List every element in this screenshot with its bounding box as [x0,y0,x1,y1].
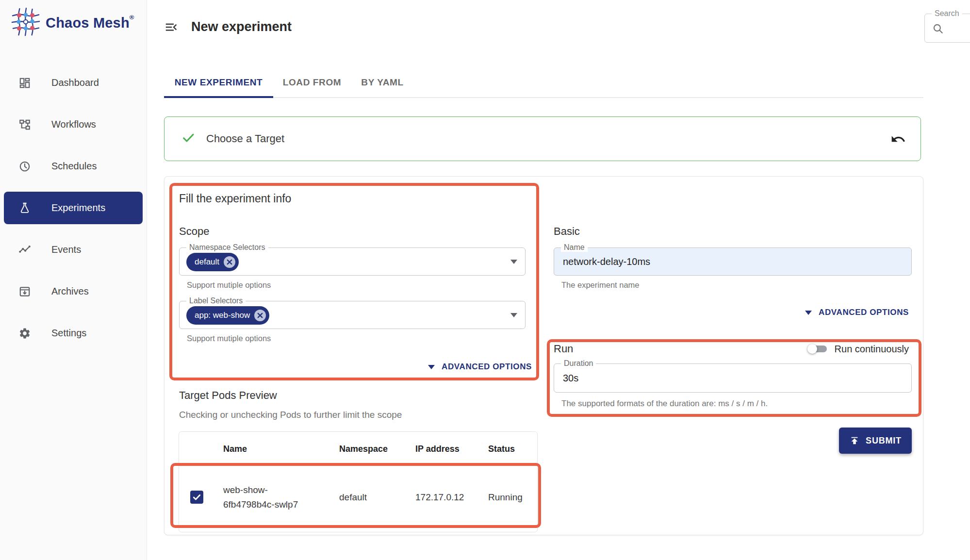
label-selector-chip-label: app: web-show [195,311,250,320]
namespace-chip-label: default [195,257,219,267]
sidebar-item-label: Experiments [51,202,105,214]
table-row[interactable]: web-show-6fb4798b4c-swlp7 default 172.17… [179,466,537,528]
run-continuously-toggle[interactable] [808,343,828,355]
basic-heading: Basic [554,225,580,238]
flask-icon [18,202,31,214]
namespace-selectors-label: Namespace Selectors [186,243,268,252]
chaos-mesh-logo-icon [11,7,41,39]
column-header-status: Status [488,444,537,454]
search-field-label: Search [932,9,962,18]
chevron-down-icon[interactable] [510,260,517,264]
pods-table: Name Namespace IP address Status web-sho… [179,431,538,532]
clock-icon [18,160,31,173]
tab-bar: NEW EXPERIMENT LOAD FROM BY YAML [164,68,923,98]
timeline-icon [18,244,31,256]
chevron-down-icon[interactable] [510,313,517,317]
sidebar-item-experiments[interactable]: Experiments [4,192,143,224]
sidebar-item-archives[interactable]: Archives [4,275,143,308]
sidebar-item-label: Schedules [51,161,97,172]
duration-helper: The supported formats of the duration ar… [561,399,768,409]
tab-by-yaml[interactable]: BY YAML [351,68,414,97]
pod-name-cell: web-show-6fb4798b4c-swlp7 [223,483,307,511]
brand-name: Chaos Mesh [46,15,130,31]
experiment-name-field-wrap: Name [554,247,912,276]
sidebar-item-label: Events [51,244,81,255]
pod-status-cell: Running [488,492,537,503]
chevron-down-icon [805,311,812,315]
sidebar-item-workflows[interactable]: Workflows [4,108,143,141]
archive-icon [18,285,31,298]
sidebar-item-events[interactable]: Events [4,233,143,266]
sidebar-item-label: Settings [51,328,86,339]
label-selector-chip: app: web-show [186,306,269,325]
workflows-icon [18,118,31,131]
sidebar-item-label: Archives [51,286,89,297]
brand-registered-mark: ® [130,14,134,21]
scope-advanced-options-button[interactable]: ADVANCED OPTIONS [179,360,532,374]
dashboard-icon [18,77,31,89]
app-window: Chaos Mesh® Dashboard [0,0,970,560]
pod-namespace-cell: default [339,492,415,503]
pod-ip-cell: 172.17.0.12 [415,492,488,503]
tab-load-from[interactable]: LOAD FROM [273,68,351,97]
chevron-down-icon [428,365,435,369]
column-header-ip: IP address [415,444,488,454]
brand-logo[interactable]: Chaos Mesh® [11,7,134,39]
sidebar-nav: Dashboard Workflows [0,66,147,359]
pods-preview-subtitle: Checking or unchecking Pods to further l… [179,410,402,420]
column-header-namespace: Namespace [339,444,415,454]
duration-input[interactable] [554,364,911,392]
pods-preview-heading: Target Pods Preview [179,389,277,402]
cancel-icon[interactable] [254,309,266,322]
target-step-label: Choose a Target [206,132,284,145]
menu-open-icon[interactable] [164,20,179,34]
run-continuously-label: Run continuously [835,344,909,355]
search-field[interactable]: Search [924,14,970,43]
check-icon [181,131,196,147]
cancel-icon[interactable] [223,256,236,268]
gear-icon [18,327,31,340]
basic-advanced-options-button[interactable]: ADVANCED OPTIONS [554,306,909,319]
column-header-name: Name [223,444,339,454]
pod-checkbox[interactable] [190,491,203,504]
page-title: New experiment [191,19,292,34]
submit-button[interactable]: SUBMIT [839,428,912,454]
experiment-form-card: Fill the experiment info Scope Namespace… [164,176,923,535]
main-content: New experiment Search NEW EXPERIMENT LOA… [164,0,923,560]
namespace-selectors-field[interactable]: Namespace Selectors default [179,247,526,276]
section-title-fill-info: Fill the experiment info [179,192,291,205]
sidebar-item-label: Dashboard [51,77,99,88]
target-step-banner: Choose a Target [164,116,921,161]
publish-icon [849,435,860,446]
tab-new-experiment[interactable]: NEW EXPERIMENT [164,68,273,97]
undo-icon[interactable] [890,132,906,147]
scope-heading: Scope [179,225,209,238]
experiment-name-helper: The experiment name [561,280,640,290]
pods-table-header: Name Namespace IP address Status [179,432,537,466]
label-selectors-label: Label Selectors [186,296,246,305]
duration-field-wrap: Duration [554,363,912,393]
label-selectors-helper-text: Support mutiple options [187,334,271,343]
sidebar-item-settings[interactable]: Settings [4,317,143,349]
run-heading: Run [554,343,573,355]
sidebar-item-schedules[interactable]: Schedules [4,150,143,182]
sidebar-item-dashboard[interactable]: Dashboard [4,66,143,99]
namespace-chip: default [186,253,239,271]
label-selectors-field[interactable]: Label Selectors app: web-show [179,301,526,329]
sidebar: Chaos Mesh® Dashboard [0,0,147,560]
sidebar-item-label: Workflows [51,119,96,130]
experiment-name-input[interactable] [554,248,911,275]
namespace-helper-text: Support mutiple options [187,280,271,290]
